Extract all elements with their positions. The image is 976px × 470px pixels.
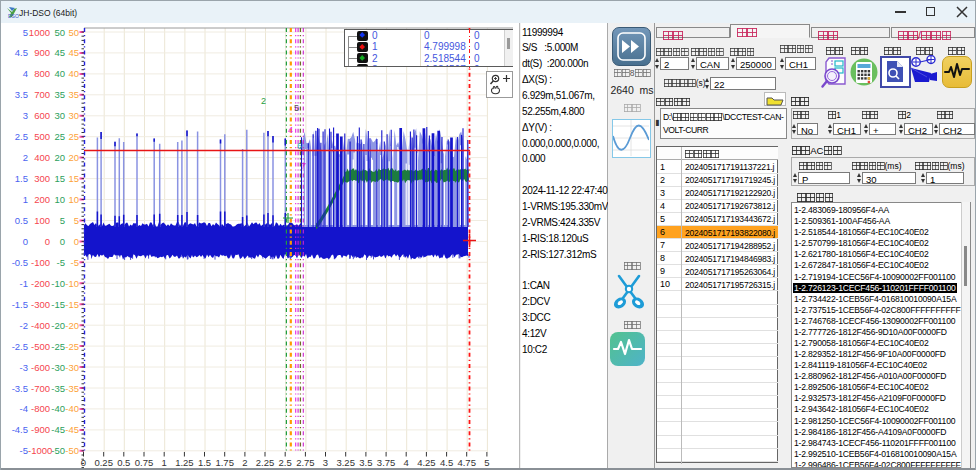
svg-text:DSO: DSO <box>8 13 19 19</box>
svg-text:7: 7 <box>301 161 306 171</box>
svg-text:5: 5 <box>294 103 299 113</box>
svg-text:2: 2 <box>261 96 266 106</box>
svg-text:4: 4 <box>288 125 293 135</box>
svg-text:6: 6 <box>297 141 302 151</box>
